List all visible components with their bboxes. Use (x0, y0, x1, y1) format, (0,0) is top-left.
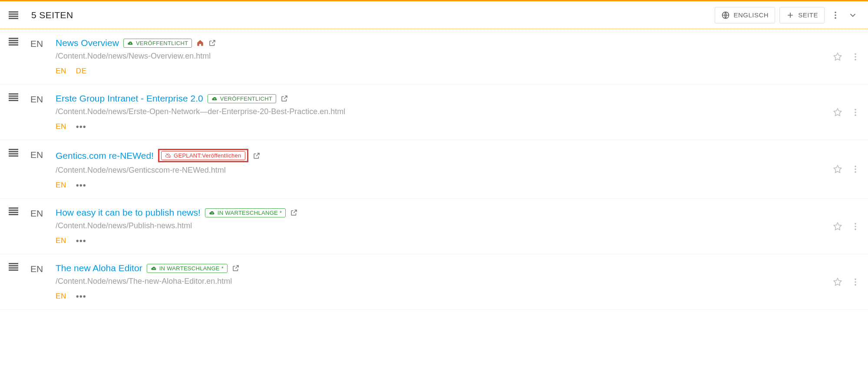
page-path: /Content.Node/news/Erste-Open-Network—de… (56, 107, 859, 116)
kebab-icon[interactable] (851, 52, 860, 62)
more-languages-button[interactable]: ••• (76, 181, 86, 190)
kebab-icon[interactable] (851, 164, 860, 174)
row-lang: EN (30, 263, 43, 274)
list-icon[interactable] (9, 11, 18, 19)
globe-icon (721, 11, 730, 20)
status-badge-label: GEPLANT:Veröffentlichen (174, 152, 241, 159)
status-badge-label: IN WARTESCHLANGE * (218, 210, 282, 216)
home-icon (196, 39, 204, 47)
cloud-up-icon (127, 40, 134, 46)
highlight-box: GEPLANT:Veröffentlichen (158, 149, 248, 162)
lang-chip[interactable]: EN (56, 181, 66, 190)
kebab-icon[interactable] (851, 277, 860, 287)
page-title-link[interactable]: Gentics.com re-NEWed! (56, 151, 154, 161)
chevron-down-icon (848, 10, 858, 20)
cloud-up-icon (209, 210, 215, 216)
star-icon[interactable] (832, 164, 843, 174)
row-title-line: How easy it can be to publish news!IN WA… (56, 207, 859, 218)
list-icon[interactable] (9, 263, 18, 271)
add-page-button[interactable]: SEITE (779, 7, 825, 23)
row-languages: ENDE (56, 67, 859, 75)
row-lang: EN (30, 149, 43, 160)
row-languages: EN••• (56, 181, 859, 190)
page-row: ENHow easy it can be to publish news!IN … (0, 199, 868, 254)
lang-chip[interactable]: EN (56, 122, 66, 131)
star-icon[interactable] (832, 107, 843, 118)
row-content: How easy it can be to publish news!IN WA… (56, 207, 859, 245)
row-actions (832, 277, 860, 287)
language-selector-label: ENGLISCH (733, 11, 769, 19)
star-icon[interactable] (832, 277, 843, 287)
row-actions (832, 52, 860, 62)
status-badge: IN WARTESCHLANGE * (205, 208, 286, 217)
page-row: ENGentics.com re-NEWed!GEPLANT:Veröffent… (0, 140, 868, 199)
cloud-off-icon (165, 152, 172, 159)
list-icon[interactable] (9, 38, 18, 46)
star-icon[interactable] (832, 221, 843, 232)
row-actions (832, 107, 860, 118)
list-icon[interactable] (9, 149, 18, 157)
page-row: ENThe new Aloha EditorIN WARTESCHLANGE *… (0, 254, 868, 310)
open-external-icon[interactable] (208, 39, 216, 47)
kebab-menu-button[interactable] (829, 9, 842, 22)
page-title-link[interactable]: News Overview (56, 38, 119, 48)
header-left: 5 SEITEN (9, 10, 73, 20)
row-title-line: News OverviewVERÖFFENTLICHT (56, 38, 859, 48)
more-languages-button[interactable]: ••• (76, 236, 86, 245)
page-path: /Content.Node/news/Genticscom-re-NEWed.h… (56, 166, 859, 175)
row-content: The new Aloha EditorIN WARTESCHLANGE */C… (56, 263, 859, 301)
list-icon[interactable] (9, 93, 18, 101)
row-languages: EN••• (56, 122, 859, 131)
lang-chip[interactable]: DE (76, 67, 87, 75)
lang-chip[interactable]: EN (56, 292, 66, 301)
page-title-link[interactable]: Erste Group Intranet - Enterprise 2.0 (56, 93, 203, 104)
row-lang: EN (30, 207, 43, 219)
row-lang: EN (30, 93, 43, 105)
row-title-line: The new Aloha EditorIN WARTESCHLANGE * (56, 263, 859, 273)
row-title-line: Erste Group Intranet - Enterprise 2.0VER… (56, 93, 859, 104)
star-icon[interactable] (832, 52, 843, 62)
row-content: Erste Group Intranet - Enterprise 2.0VER… (56, 93, 859, 131)
row-content: Gentics.com re-NEWed!GEPLANT:Veröffentli… (56, 149, 859, 190)
status-badge-label: IN WARTESCHLANGE * (159, 265, 224, 272)
row-actions (832, 164, 860, 174)
open-external-icon[interactable] (232, 264, 240, 272)
kebab-icon[interactable] (851, 108, 860, 117)
page-count-title: 5 SEITEN (31, 10, 73, 20)
open-external-icon[interactable] (253, 152, 261, 160)
more-languages-button[interactable]: ••• (76, 122, 86, 131)
page-row: ENErste Group Intranet - Enterprise 2.0V… (0, 85, 868, 140)
cloud-up-icon (211, 95, 218, 102)
plus-icon (786, 11, 795, 20)
lang-chip[interactable]: EN (56, 67, 66, 75)
language-selector-button[interactable]: ENGLISCH (715, 7, 775, 23)
page-row: ENNews OverviewVERÖFFENTLICHT/Content.No… (0, 29, 868, 85)
row-languages: EN••• (56, 236, 859, 245)
add-page-label: SEITE (798, 11, 818, 19)
row-languages: EN••• (56, 292, 859, 301)
cloud-up-icon (151, 265, 157, 272)
lang-chip[interactable]: EN (56, 236, 66, 245)
page-list: ENNews OverviewVERÖFFENTLICHT/Content.No… (0, 29, 868, 310)
kebab-icon[interactable] (851, 222, 860, 231)
header-right: ENGLISCH SEITE (715, 7, 859, 23)
status-badge-label: VERÖFFENTLICHT (220, 95, 272, 102)
status-badge: GEPLANT:Veröffentlichen (161, 151, 245, 160)
row-content: News OverviewVERÖFFENTLICHT/Content.Node… (56, 38, 859, 75)
row-actions (832, 221, 860, 232)
collapse-button[interactable] (846, 9, 859, 22)
more-languages-button[interactable]: ••• (76, 292, 86, 301)
page-title-link[interactable]: The new Aloha Editor (56, 263, 142, 273)
open-external-icon[interactable] (290, 209, 298, 217)
status-badge-label: VERÖFFENTLICHT (136, 40, 188, 46)
row-lang: EN (30, 38, 43, 49)
list-icon[interactable] (9, 207, 18, 215)
open-external-icon[interactable] (281, 95, 288, 102)
page-title-link[interactable]: How easy it can be to publish news! (56, 207, 201, 218)
kebab-icon (831, 10, 840, 20)
header: 5 SEITEN ENGLISCH SEITE (0, 1, 868, 29)
row-title-line: Gentics.com re-NEWed!GEPLANT:Veröffentli… (56, 149, 859, 162)
page-path: /Content.Node/news/The-new-Aloha-Editor.… (56, 277, 859, 286)
status-badge: VERÖFFENTLICHT (208, 94, 276, 103)
page-path: /Content.Node/news/News-Overview.en.html (56, 52, 859, 61)
